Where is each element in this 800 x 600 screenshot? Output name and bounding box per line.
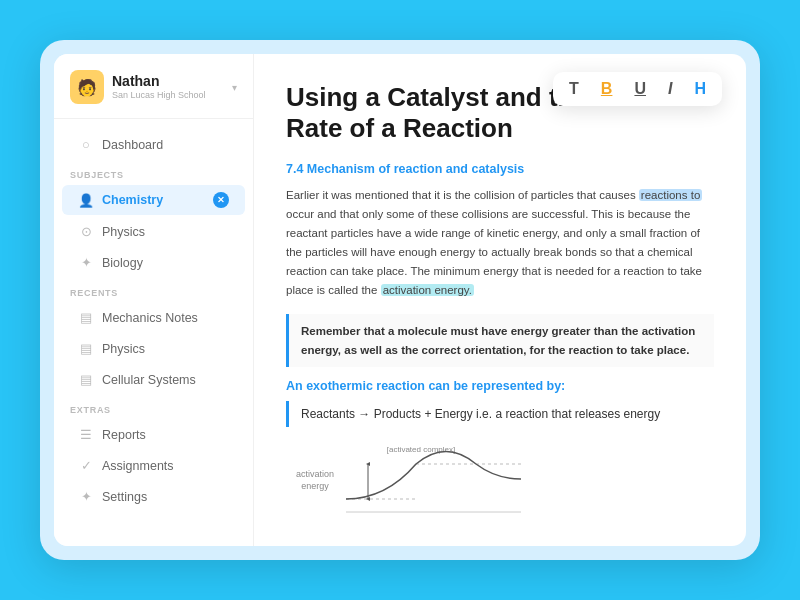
- sidebar-item-dashboard[interactable]: ○ Dashboard: [62, 130, 245, 159]
- sidebar-item-physics[interactable]: ⊙ Physics: [62, 217, 245, 246]
- biology-icon: ✦: [78, 255, 94, 270]
- recents-section-label: RECENTS: [54, 278, 253, 302]
- reports-label: Reports: [102, 428, 146, 442]
- format-text-button[interactable]: T: [565, 78, 583, 100]
- sidebar-item-settings[interactable]: ✦ Settings: [62, 482, 245, 511]
- avatar: 🧑: [70, 70, 104, 104]
- user-name: Nathan: [112, 73, 232, 90]
- sidebar-item-mechanics-notes[interactable]: ▤ Mechanics Notes: [62, 303, 245, 332]
- physics-icon: ⊙: [78, 224, 94, 239]
- physics-recent-label: Physics: [102, 342, 145, 356]
- chart-label-activation: activationenergy: [296, 469, 334, 492]
- assignments-icon: ✓: [78, 458, 94, 473]
- title-line-2: Rate of a Reaction: [286, 113, 513, 143]
- reports-icon: ☰: [78, 427, 94, 442]
- physics-label: Physics: [102, 225, 145, 239]
- chevron-down-icon: ▾: [232, 82, 237, 93]
- settings-label: Settings: [102, 490, 147, 504]
- blockquote: Remember that a molecule must have energ…: [286, 314, 714, 367]
- cellular-label: Cellular Systems: [102, 373, 196, 387]
- svg-text:[activated complex]: [activated complex]: [387, 445, 455, 454]
- cellular-icon: ▤: [78, 372, 94, 387]
- user-section[interactable]: 🧑 Nathan San Lucas High School ▾: [54, 70, 253, 119]
- physics-recent-icon: ▤: [78, 341, 94, 356]
- format-highlight-button[interactable]: H: [690, 78, 710, 100]
- format-italic-button[interactable]: I: [664, 78, 676, 100]
- exothermic-heading: An exothermic reaction can be represente…: [286, 379, 714, 393]
- section-heading: 7.4 Mechanism of reaction and catalysis: [286, 162, 714, 176]
- format-underline-button[interactable]: U: [630, 78, 650, 100]
- sidebar-item-cellular-systems[interactable]: ▤ Cellular Systems: [62, 365, 245, 394]
- notes-icon: ▤: [78, 310, 94, 325]
- chemistry-label: Chemistry: [102, 193, 163, 207]
- user-info: Nathan San Lucas High School: [112, 73, 232, 101]
- content-body: Earlier it was mentioned that it is the …: [286, 186, 714, 300]
- dashboard-label: Dashboard: [102, 138, 163, 152]
- highlight-activation-energy: activation energy.: [381, 284, 474, 296]
- title-line-1: Using a Catalyst and the: [286, 82, 588, 112]
- format-bold-button[interactable]: B: [597, 78, 617, 100]
- device-frame: 🧑 Nathan San Lucas High School ▾ ○ Dashb…: [40, 40, 760, 560]
- settings-icon: ✦: [78, 489, 94, 504]
- assignments-label: Assignments: [102, 459, 174, 473]
- extras-section-label: EXTRAS: [54, 395, 253, 419]
- main-content: T B U I H Using a Catalyst and the Rate …: [254, 54, 746, 546]
- highlight-reactions: reactions to: [639, 189, 702, 201]
- sidebar-item-assignments[interactable]: ✓ Assignments: [62, 451, 245, 480]
- formatting-toolbar: T B U I H: [553, 72, 722, 106]
- energy-chart: activationenergy [activated complex]: [286, 439, 714, 519]
- user-school: San Lucas High School: [112, 90, 232, 102]
- sidebar: 🧑 Nathan San Lucas High School ▾ ○ Dashb…: [54, 54, 254, 546]
- mechanics-notes-label: Mechanics Notes: [102, 311, 198, 325]
- chemistry-icon: 👤: [78, 193, 94, 208]
- dashboard-icon: ○: [78, 137, 94, 152]
- sidebar-item-biology[interactable]: ✦ Biology: [62, 248, 245, 277]
- sidebar-item-chemistry[interactable]: 👤 Chemistry ✕: [62, 185, 245, 215]
- biology-label: Biology: [102, 256, 143, 270]
- subjects-section-label: SUBJECTS: [54, 160, 253, 184]
- reaction-formula: Reactants → Products + Energy i.e. a rea…: [286, 401, 714, 427]
- sidebar-item-reports[interactable]: ☰ Reports: [62, 420, 245, 449]
- energy-chart-svg: [activated complex]: [336, 444, 536, 519]
- app-window: 🧑 Nathan San Lucas High School ▾ ○ Dashb…: [54, 54, 746, 546]
- sidebar-item-physics-recent[interactable]: ▤ Physics: [62, 334, 245, 363]
- active-badge: ✕: [213, 192, 229, 208]
